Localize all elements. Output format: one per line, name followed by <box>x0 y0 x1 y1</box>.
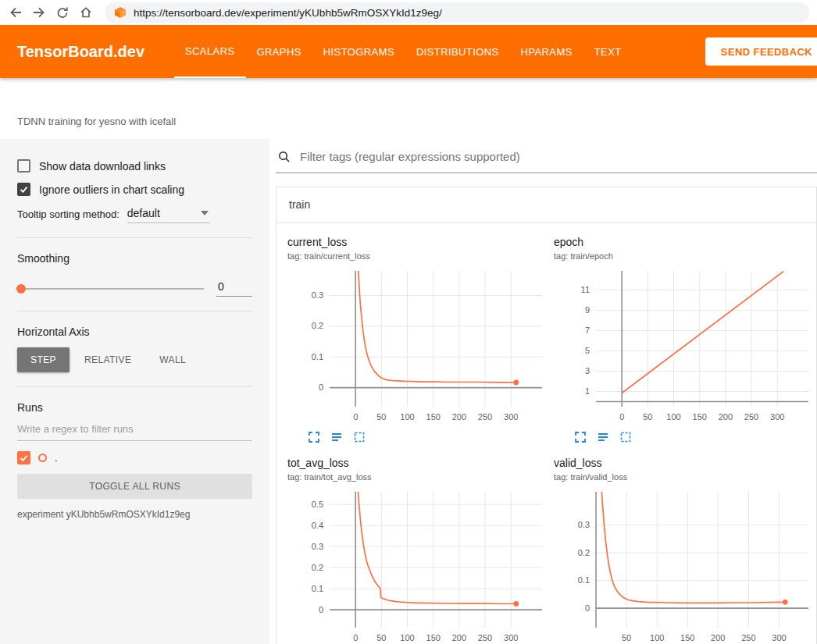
svg-text:250: 250 <box>478 412 492 422</box>
svg-text:9: 9 <box>585 305 590 315</box>
svg-text:0.1: 0.1 <box>312 352 323 361</box>
smoothing-row <box>17 280 252 297</box>
main-panel: train current_loss tag: train/current_lo… <box>269 139 817 644</box>
experiment-band: TDNN training for yesno with icefall <box>0 78 817 139</box>
chart-toolbar <box>574 431 814 443</box>
svg-text:0.3: 0.3 <box>312 290 323 300</box>
section-title-train[interactable]: train <box>276 187 816 223</box>
smoothing-slider[interactable] <box>17 288 204 290</box>
chart-plot[interactable]: 1357911050100150200250300 <box>554 266 814 427</box>
ignore-outliers-label: Ignore outliers in chart scaling <box>39 183 184 196</box>
smoothing-value-input[interactable] <box>216 280 252 297</box>
svg-text:200: 200 <box>452 412 466 422</box>
run-checkbox[interactable] <box>17 451 30 464</box>
chart-title: valid_loss <box>554 457 814 470</box>
reload-icon <box>55 5 70 20</box>
chart-plot[interactable]: 00.10.20.3050100150200250300 <box>287 266 548 427</box>
chart-toolbar <box>308 431 548 443</box>
svg-text:300: 300 <box>504 412 518 422</box>
run-name: . <box>55 452 58 464</box>
tooltip-sorting-value: default <box>127 207 160 219</box>
send-feedback-button[interactable]: SEND FEEDBACK <box>705 37 817 66</box>
page: https://tensorboard.dev/experiment/yKUbh… <box>0 0 817 644</box>
show-download-links-label: Show data download links <box>39 160 166 173</box>
tag-filter-input[interactable] <box>298 149 817 164</box>
svg-text:0.2: 0.2 <box>578 548 590 557</box>
tooltip-sorting-row: Tooltip sorting method: default <box>17 207 252 223</box>
scalar-chart-card: current_loss tag: train/current_loss 00.… <box>281 229 548 450</box>
chart-tag: tag: train/current_loss <box>287 251 548 262</box>
horizontal-axis-label: Horizontal Axis <box>17 326 252 338</box>
scalar-chart-card: tot_avg_loss tag: train/tot_avg_loss 00.… <box>281 450 548 644</box>
svg-text:50: 50 <box>643 412 652 422</box>
show-download-links-checkbox[interactable] <box>17 159 30 173</box>
svg-text:7: 7 <box>585 326 590 335</box>
svg-text:0.1: 0.1 <box>312 584 323 593</box>
horizontal-axis-buttons: STEPRELATIVEWALL <box>17 347 252 372</box>
svg-text:100: 100 <box>400 412 414 422</box>
tooltip-sorting-select[interactable]: default <box>127 207 210 223</box>
expand-chart-icon[interactable] <box>574 431 587 443</box>
url-text: https://tensorboard.dev/experiment/yKUbh… <box>134 7 442 19</box>
experiment-id-caption: experiment yKUbhb5wRmOSXYkId1z9eg <box>17 509 252 520</box>
header-tabs: SCALARSGRAPHSHISTOGRAMSDISTRIBUTIONSHPAR… <box>174 25 633 78</box>
ignore-outliers-checkbox[interactable] <box>17 183 30 196</box>
run-row: . <box>17 451 252 464</box>
home-button[interactable] <box>75 2 97 23</box>
tab-distributions[interactable]: DISTRIBUTIONS <box>405 25 510 78</box>
chart-title: current_loss <box>287 236 548 249</box>
check-icon <box>19 453 29 463</box>
forward-arrow-icon <box>32 5 46 20</box>
check-icon <box>19 184 29 194</box>
chart-tag: tag: train/tot_avg_loss <box>287 471 548 482</box>
svg-text:0.2: 0.2 <box>312 321 323 330</box>
toggle-runs-table-icon[interactable] <box>597 431 609 443</box>
axis-button-relative[interactable]: RELATIVE <box>71 347 144 372</box>
fit-domain-icon[interactable] <box>619 431 632 443</box>
runs-filter-input[interactable] <box>17 418 252 441</box>
svg-text:0: 0 <box>353 633 358 642</box>
svg-text:0.2: 0.2 <box>312 563 323 572</box>
reload-button[interactable] <box>52 2 73 23</box>
axis-button-wall[interactable]: WALL <box>146 347 199 372</box>
show-download-links-row[interactable]: Show data download links <box>17 159 252 173</box>
svg-text:0: 0 <box>319 605 323 614</box>
tooltip-sorting-label: Tooltip sorting method: <box>17 208 120 223</box>
tab-hparams[interactable]: HPARAMS <box>510 25 583 78</box>
slider-thumb[interactable] <box>16 284 26 294</box>
chart-plot[interactable]: 00.10.20.350100150200250300 <box>554 487 814 644</box>
runs-label: Runs <box>17 401 252 414</box>
toggle-runs-table-icon[interactable] <box>330 431 343 443</box>
svg-text:0.5: 0.5 <box>312 500 323 509</box>
run-color-swatch-icon[interactable] <box>38 454 47 462</box>
tab-histograms[interactable]: HISTOGRAMS <box>312 25 405 78</box>
chart-plot[interactable]: 00.10.20.30.40.5050100150200250300 <box>287 487 548 644</box>
tab-graphs[interactable]: GRAPHS <box>246 25 312 78</box>
fit-domain-icon[interactable] <box>353 431 366 443</box>
tab-text[interactable]: TEXT <box>583 25 633 78</box>
back-button[interactable] <box>5 2 27 23</box>
forward-button[interactable] <box>28 2 50 23</box>
experiment-title: TDNN training for yesno with icefall <box>17 116 176 127</box>
expand-chart-icon[interactable] <box>308 431 320 443</box>
tab-scalars[interactable]: SCALARS <box>174 25 246 78</box>
svg-text:300: 300 <box>504 633 518 642</box>
tag-filter-row <box>276 139 817 173</box>
home-icon <box>79 5 93 20</box>
axis-button-step[interactable]: STEP <box>17 347 70 372</box>
svg-text:150: 150 <box>426 412 441 422</box>
svg-text:250: 250 <box>478 633 492 642</box>
svg-text:11: 11 <box>581 285 590 294</box>
svg-text:100: 100 <box>666 412 680 422</box>
ignore-outliers-row[interactable]: Ignore outliers in chart scaling <box>17 183 252 196</box>
toggle-all-runs-button[interactable]: TOGGLE ALL RUNS <box>17 474 252 499</box>
address-bar[interactable]: https://tensorboard.dev/experiment/yKUbh… <box>105 2 809 23</box>
svg-text:0.3: 0.3 <box>312 542 323 551</box>
divider <box>17 237 252 238</box>
chart-title: tot_avg_loss <box>287 457 548 470</box>
smoothing-label: Smoothing <box>17 252 252 265</box>
svg-text:50: 50 <box>376 633 386 642</box>
chart-tag: tag: train/valid_loss <box>554 471 814 482</box>
tensorboard-favicon-icon <box>114 6 127 19</box>
tensorboard-logo: TensorBoard.dev <box>17 43 144 61</box>
